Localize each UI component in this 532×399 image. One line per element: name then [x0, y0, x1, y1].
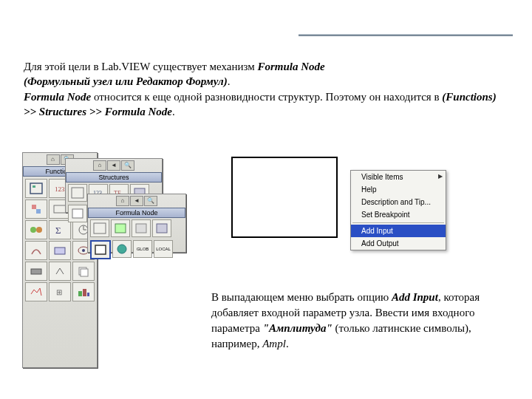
svg-rect-15 — [55, 248, 65, 254]
add-input-bold: Add Input — [392, 291, 438, 303]
palette-cell[interactable] — [132, 219, 151, 237]
palette-cell[interactable] — [25, 262, 47, 281]
search-icon[interactable]: 🔍 — [121, 160, 134, 171]
formula-node-bold2: Formula Node — [24, 91, 91, 103]
svg-rect-5 — [32, 205, 36, 209]
submenu-arrow-icon: ▶ — [438, 173, 443, 180]
palette-cell[interactable]: ⊞ — [49, 282, 71, 301]
palette-cell[interactable] — [68, 184, 87, 202]
palette-cell[interactable] — [25, 241, 47, 260]
svg-rect-31 — [115, 224, 126, 233]
palette-cell[interactable] — [72, 282, 95, 301]
palette-cell[interactable] — [72, 262, 95, 281]
text: относится к еще одной разновидности стру… — [94, 91, 442, 103]
text: . — [228, 75, 231, 87]
menu-item-add-output[interactable]: Add Output — [351, 237, 446, 250]
palette-title: Structures — [66, 172, 162, 183]
local-cell[interactable]: LOCAL — [154, 240, 173, 258]
amplituda-bold: "Амплитуда" — [263, 322, 332, 334]
nav-up-icon[interactable]: ⌂ — [93, 160, 106, 171]
svg-rect-20 — [81, 269, 88, 276]
svg-rect-6 — [36, 209, 41, 214]
glob-cell[interactable]: GLOB — [133, 240, 152, 258]
text: Для этой цели в Lab.VIEW существует меха… — [24, 61, 257, 72]
formula-node-box[interactable] — [231, 157, 338, 238]
nav-up-icon[interactable]: ⌂ — [116, 196, 129, 206]
svg-point-10 — [36, 227, 42, 233]
menu-item-breakpoint[interactable]: Set Breakpoint — [351, 208, 446, 221]
svg-rect-32 — [136, 224, 146, 233]
formula-node-bold: Formula Node — [257, 61, 324, 72]
translation: (Формульный узел или Редактор Формул) — [24, 75, 228, 87]
svg-text:⊞: ⊞ — [56, 288, 62, 296]
svg-rect-30 — [94, 223, 106, 233]
svg-rect-24 — [87, 293, 89, 296]
svg-rect-25 — [72, 188, 83, 198]
palette-cell[interactable] — [90, 219, 109, 237]
menu-separator — [352, 222, 444, 223]
top-rule — [299, 34, 513, 36]
palette-cell[interactable] — [68, 205, 87, 222]
palette-cell[interactable] — [152, 219, 171, 237]
formula-node-palette: ⌂ ◄ 🔍 Formula Node GLOB LOCAL — [87, 194, 186, 253]
paragraph-2: В выпадающем меню выбрать опцию Add Inpu… — [211, 290, 507, 352]
search-icon[interactable]: 🔍 — [144, 196, 157, 206]
svg-point-35 — [117, 245, 126, 253]
svg-rect-34 — [95, 245, 106, 254]
palette-cell[interactable] — [25, 282, 47, 301]
svg-rect-22 — [78, 291, 82, 296]
nav-up-icon[interactable]: ⌂ — [47, 154, 60, 165]
svg-point-9 — [30, 227, 36, 233]
palette-cell[interactable] — [25, 179, 47, 198]
context-menu: Visible Items▶ Help Description and Tip.… — [350, 170, 446, 250]
menu-item-visible-items[interactable]: Visible Items▶ — [351, 171, 446, 183]
text: . — [172, 106, 175, 117]
svg-point-17 — [82, 249, 85, 252]
menu-item-description[interactable]: Description and Tip... — [351, 196, 446, 208]
palette-cell[interactable] — [111, 219, 130, 237]
svg-text:123: 123 — [55, 185, 65, 193]
svg-text:Σ: Σ — [55, 225, 61, 236]
nav-back-icon[interactable]: ◄ — [107, 160, 120, 171]
palette-cell[interactable] — [112, 240, 132, 258]
paragraph-1: Для этой цели в Lab.VIEW существует меха… — [24, 59, 504, 119]
palette-cell[interactable] — [49, 262, 71, 281]
svg-rect-0 — [30, 183, 42, 194]
palette-cell[interactable] — [49, 241, 71, 260]
palette-cell[interactable] — [25, 200, 47, 219]
svg-rect-7 — [54, 205, 66, 213]
labview-palette-screenshot: ⌂ 🔍 Functions 123 abc Σ ⊞ ⌂ — [22, 152, 192, 366]
nav-back-icon[interactable]: ◄ — [130, 196, 143, 206]
svg-rect-29 — [72, 209, 83, 218]
ampl-italic: Ampl — [262, 338, 286, 349]
text: В выпадающем меню выбрать опцию — [211, 291, 392, 303]
menu-item-add-input[interactable]: Add Input — [351, 225, 446, 237]
text: . — [286, 338, 289, 349]
svg-rect-18 — [31, 269, 41, 274]
svg-rect-33 — [157, 224, 167, 233]
svg-rect-1 — [33, 185, 35, 188]
formula-node-cell[interactable] — [90, 240, 111, 259]
palette-title: Formula Node — [88, 208, 185, 218]
svg-rect-23 — [83, 289, 86, 296]
menu-item-help[interactable]: Help — [351, 183, 446, 196]
palette-cell[interactable] — [25, 220, 47, 239]
